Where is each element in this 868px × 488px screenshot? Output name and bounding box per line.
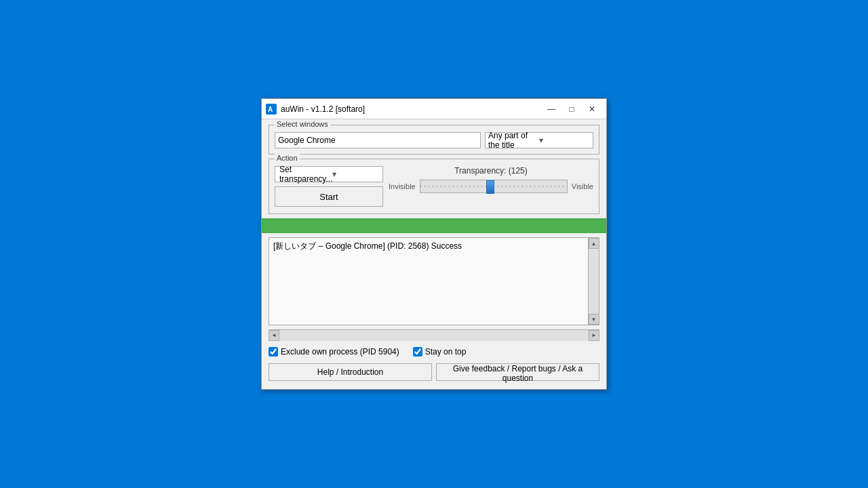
title-match-dropdown[interactable]: Any part of the title ▾ (485, 132, 593, 148)
action-left: Set transparency... ▾ Start (275, 166, 383, 207)
scroll-left-button[interactable]: ◄ (269, 330, 279, 341)
maximize-button[interactable]: □ (561, 102, 582, 117)
log-area-wrapper: [新しいタブ – Google Chrome] (PID: 2568) Succ… (269, 237, 599, 325)
action-top-row: Set transparency... ▾ Start Transparency… (275, 166, 593, 207)
scroll-up-button[interactable]: ▲ (589, 238, 599, 249)
horizontal-scrollbar[interactable]: ◄ ► (269, 329, 599, 340)
close-button[interactable]: ✕ (582, 102, 602, 117)
transparency-slider[interactable] (420, 180, 568, 193)
invisible-label: Invisible (389, 182, 416, 190)
svg-text:A: A (268, 106, 273, 113)
action-legend: Action (275, 154, 300, 162)
start-button[interactable]: Start (275, 186, 383, 207)
window-controls: — □ ✕ (541, 102, 602, 117)
action-group: Action Set transparency... ▾ Start Trans… (269, 159, 599, 214)
window-body: Select windows Any part of the title ▾ A… (262, 119, 606, 389)
vertical-scrollbar[interactable]: ▲ ▼ (588, 238, 599, 325)
bottom-checkboxes: Exclude own process (PID 5904) Stay on t… (269, 344, 599, 359)
transparency-label: Transparency: (125) (454, 166, 528, 176)
select-windows-legend: Select windows (275, 120, 330, 128)
action-right: Transparency: (125) Invisible Visible (389, 166, 593, 193)
slider-thumb[interactable] (486, 180, 494, 194)
feedback-button[interactable]: Give feedback / Report bugs / Ask a ques… (436, 363, 599, 381)
window-title: auWin - v1.1.2 [softaro] (281, 104, 541, 114)
main-window: A auWin - v1.1.2 [softaro] — □ ✕ Select … (261, 98, 607, 390)
h-scroll-track (279, 330, 589, 341)
chevron-down-icon: ▾ (539, 136, 590, 145)
bottom-buttons: Help / Introduction Give feedback / Repo… (269, 363, 599, 384)
progress-bar (262, 218, 606, 233)
chevron-down-icon: ▾ (332, 169, 378, 179)
progress-section (262, 218, 606, 233)
select-windows-row: Any part of the title ▾ (275, 132, 593, 148)
exclude-own-process-label: Exclude own process (PID 5904) (281, 347, 399, 357)
app-icon: A (266, 104, 277, 115)
slider-row: Invisible Visible (389, 180, 593, 193)
scroll-right-button[interactable]: ► (589, 330, 599, 341)
log-area: [新しいタブ – Google Chrome] (PID: 2568) Succ… (269, 238, 588, 325)
help-introduction-button[interactable]: Help / Introduction (269, 363, 432, 381)
stay-on-top-checkbox[interactable]: Stay on top (413, 347, 467, 357)
scroll-thumb (589, 249, 599, 313)
exclude-own-process-checkbox[interactable]: Exclude own process (PID 5904) (269, 347, 399, 357)
scroll-down-button[interactable]: ▼ (589, 314, 599, 325)
title-bar: A auWin - v1.1.2 [softaro] — □ ✕ (262, 99, 606, 119)
window-name-input[interactable] (275, 132, 481, 148)
select-windows-group: Select windows Any part of the title ▾ (269, 125, 599, 155)
minimize-button[interactable]: — (541, 102, 561, 117)
stay-on-top-label: Stay on top (425, 347, 467, 357)
visible-label: Visible (572, 182, 593, 190)
action-dropdown[interactable]: Set transparency... ▾ (275, 166, 383, 182)
